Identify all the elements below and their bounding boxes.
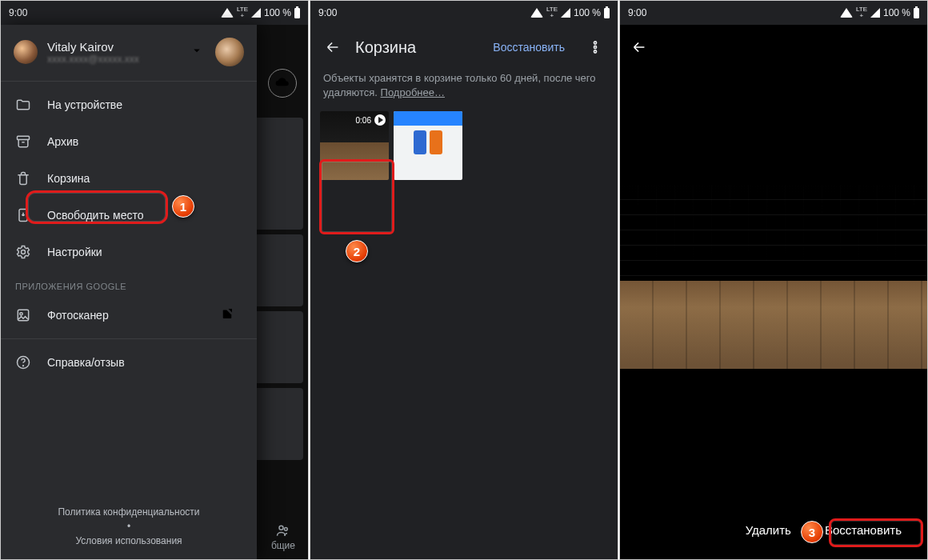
toolbar-title: Корзина xyxy=(355,38,480,57)
folder-icon xyxy=(15,97,31,113)
toolbar: Корзина Восстановить xyxy=(310,25,618,70)
help-icon xyxy=(15,354,31,370)
gear-icon xyxy=(15,244,31,260)
divider xyxy=(1,81,257,82)
screen-1-drawer: 9:00 LTE+ 100 % бщие Vitaly Kairov xyxy=(0,0,309,560)
open-external-icon xyxy=(220,306,234,323)
toolbar xyxy=(620,25,927,70)
status-time: 9:00 xyxy=(9,7,221,18)
svg-point-10 xyxy=(594,46,596,48)
network-label: LTE+ xyxy=(546,6,558,19)
drawer-item-free-space[interactable]: Освободить место xyxy=(1,197,249,234)
battery-icon xyxy=(914,8,919,18)
drawer-account-header[interactable]: Vitaly Kairov xxxx.xxxx@xxxxx.xxx xyxy=(1,25,257,76)
svg-point-1 xyxy=(284,527,287,530)
status-time: 9:00 xyxy=(318,7,530,18)
play-icon xyxy=(374,114,386,126)
tos-link[interactable]: Условия использования xyxy=(14,535,244,546)
avatar-small xyxy=(14,40,38,64)
battery-text: 100 % xyxy=(574,7,601,18)
media-preview[interactable] xyxy=(620,185,927,369)
preview-keyboard-region xyxy=(620,185,927,281)
drawer-item-label: Архив xyxy=(47,135,78,148)
network-label: LTE+ xyxy=(237,6,248,19)
screen-2-content: Корзина Восстановить Объекты хранятся в … xyxy=(310,25,618,559)
battery-icon xyxy=(294,8,300,18)
trash-item-image[interactable] xyxy=(394,111,462,180)
drawer-item-label: Освободить место xyxy=(47,209,144,222)
trash-thumbnails: 0:06 xyxy=(310,111,618,180)
signal-icon xyxy=(870,8,880,18)
network-label: LTE+ xyxy=(856,6,867,19)
video-duration-label: 0:06 xyxy=(356,114,386,126)
drawer-item-label: На устройстве xyxy=(47,98,122,111)
drawer-item-trash[interactable]: Корзина xyxy=(1,160,249,197)
back-button[interactable] xyxy=(620,28,658,66)
more-options-button[interactable] xyxy=(578,30,613,65)
signal-icon xyxy=(561,8,570,18)
restore-action[interactable]: Восстановить xyxy=(485,41,573,54)
drawer-item-device[interactable]: На устройстве xyxy=(1,86,249,123)
drawer-item-label: Справка/отзыв xyxy=(47,356,125,369)
free-space-icon xyxy=(15,207,31,223)
notice-text: Объекты хранятся в корзине только 60 дне… xyxy=(323,72,596,98)
dot-separator: • xyxy=(14,521,244,532)
drawer-footer: Политика конфиденциальности • Условия ис… xyxy=(1,494,257,559)
drawer-item-settings[interactable]: Настройки xyxy=(1,234,249,270)
svg-point-9 xyxy=(594,42,596,44)
battery-icon xyxy=(604,8,610,18)
signal-icon xyxy=(251,8,261,18)
screen-3-content: Удалить Восстановить xyxy=(620,25,927,559)
svg-point-4 xyxy=(22,250,26,254)
drawer-item-photoscan[interactable]: Фотосканер xyxy=(1,296,249,334)
user-email: xxxx.xxxx@xxxxx.xxx xyxy=(47,54,185,65)
drawer-section-apps: ПРИЛОЖЕНИЯ GOOGLE xyxy=(1,270,257,296)
svg-point-0 xyxy=(279,526,283,530)
trash-icon xyxy=(15,170,31,186)
screen-3-preview: 9:00 LTE+ 100 % Удалить Восстановить 3 xyxy=(619,0,928,560)
cloud-upload-icon[interactable] xyxy=(268,69,297,98)
status-bar: 9:00 LTE+ 100 % xyxy=(1,1,308,25)
drawer-item-archive[interactable]: Архив xyxy=(1,123,249,160)
delete-button[interactable]: Удалить xyxy=(746,523,791,537)
wifi-icon xyxy=(221,8,234,18)
svg-point-6 xyxy=(20,312,22,314)
svg-point-8 xyxy=(23,366,24,366)
wifi-icon xyxy=(840,8,853,18)
drawer-item-label: Корзина xyxy=(47,172,90,185)
notice-learn-more-link[interactable]: Подробнее… xyxy=(381,86,445,98)
wifi-icon xyxy=(530,8,543,18)
privacy-link[interactable]: Политика конфиденциальности xyxy=(14,506,244,518)
svg-rect-2 xyxy=(18,136,30,139)
status-bar: 9:00 LTE+ 100 % xyxy=(620,1,927,25)
screen-2-trash-list: 9:00 LTE+ 100 % Корзина Восстановить Объ… xyxy=(310,0,618,560)
battery-text: 100 % xyxy=(264,7,291,18)
svg-point-11 xyxy=(594,50,596,53)
user-name: Vitaly Kairov xyxy=(47,40,185,54)
drawer-item-label: Фотосканер xyxy=(47,309,109,322)
back-button[interactable] xyxy=(315,30,350,65)
restore-button[interactable]: Восстановить xyxy=(814,517,913,543)
drawer-item-help[interactable]: Справка/отзыв xyxy=(1,344,249,381)
status-time: 9:00 xyxy=(628,7,840,18)
divider xyxy=(1,338,257,339)
trash-item-video[interactable]: 0:06 xyxy=(320,111,389,180)
bottom-actions: Удалить Восстановить xyxy=(620,510,927,550)
photoscan-icon xyxy=(15,307,31,323)
trash-notice: Объекты хранятся в корзине только 60 дне… xyxy=(310,70,618,111)
bottom-tab-sharing[interactable]: бщие xyxy=(271,522,295,551)
preview-desk-region xyxy=(620,281,927,369)
battery-text: 100 % xyxy=(883,7,910,18)
status-bar: 9:00 LTE+ 100 % xyxy=(310,1,618,25)
bottom-tab-label: бщие xyxy=(271,540,295,551)
drawer-item-label: Настройки xyxy=(47,246,102,258)
navigation-drawer: Vitaly Kairov xxxx.xxxx@xxxxx.xxx На уст… xyxy=(1,25,257,559)
avatar-large[interactable] xyxy=(215,38,244,66)
archive-icon xyxy=(15,134,31,150)
chevron-down-icon[interactable] xyxy=(190,43,204,61)
